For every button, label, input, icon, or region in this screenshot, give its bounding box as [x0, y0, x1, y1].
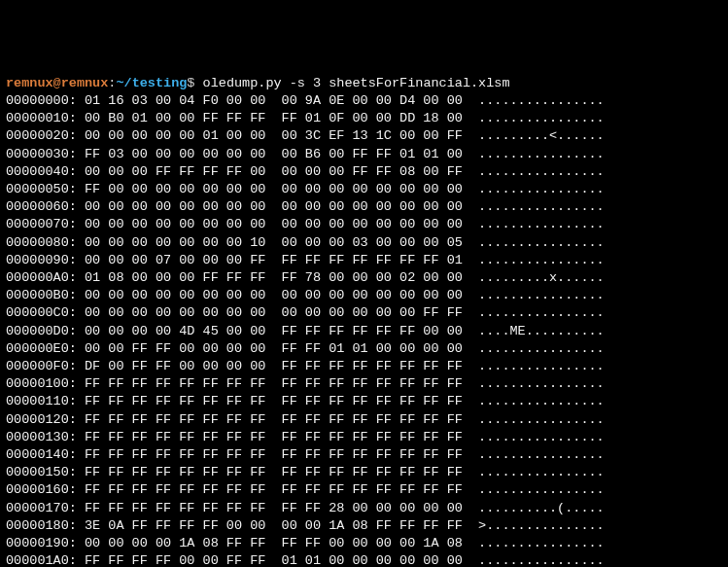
prompt-path: ~/testing — [116, 76, 187, 90]
prompt-user: remnux — [6, 76, 53, 90]
prompt-dollar: $ — [187, 76, 194, 90]
prompt-host: remnux — [61, 76, 109, 90]
prompt-at: @ — [53, 76, 61, 90]
command-input[interactable]: oledump.py -s 3 sheetsForFinancial.xlsm — [203, 76, 510, 90]
hex-dump-output: 00000000: 01 16 03 00 04 F0 00 00 00 9A … — [6, 92, 722, 567]
